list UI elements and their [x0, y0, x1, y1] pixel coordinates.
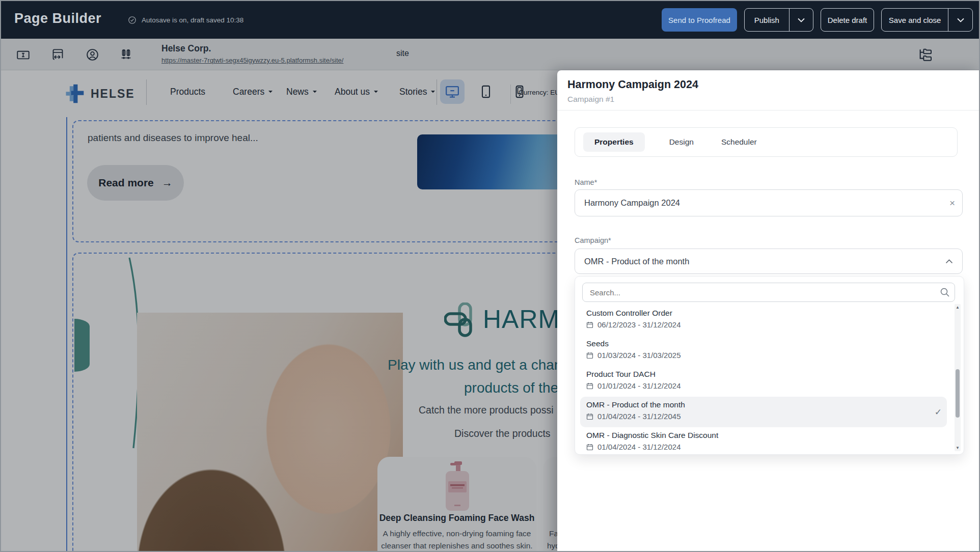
chevron-down-icon[interactable] [790, 9, 813, 31]
campaign-settings-panel: Harmony Campaign 2024 Campaign #1 Proper… [557, 70, 980, 552]
app-window: Page Builder Autosave is on, draft saved… [0, 0, 980, 552]
panel-tabs: Properties Design Scheduler [575, 127, 958, 157]
campaign-options-list: Custom Controller Order 06/12/2023 - 31/… [580, 305, 947, 455]
scroll-up-icon[interactable]: ▲ [955, 305, 961, 310]
save-and-close-label[interactable]: Save and close [882, 9, 948, 31]
scrollbar-thumb[interactable] [956, 369, 960, 418]
list-item[interactable]: OMR - Diagnostic Skin Care Discount 01/0… [580, 427, 947, 455]
calendar-icon [586, 352, 593, 359]
clear-name-icon[interactable]: × [949, 198, 955, 209]
send-to-proofread-button[interactable]: Send to Proofread [662, 8, 737, 32]
tab-scheduler[interactable]: Scheduler [718, 132, 760, 152]
save-and-close-button[interactable]: Save and close [881, 8, 973, 32]
app-title: Page Builder [14, 11, 101, 26]
dropdown-search [582, 283, 955, 302]
check-icon: ✓ [935, 407, 942, 418]
publish-label[interactable]: Publish [745, 9, 789, 31]
scroll-down-icon[interactable]: ▼ [955, 446, 961, 450]
name-field[interactable] [575, 189, 963, 216]
calendar-icon [586, 321, 593, 328]
calendar-icon [586, 413, 593, 420]
divider [557, 110, 980, 111]
tab-design[interactable]: Design [666, 132, 697, 152]
publish-button[interactable]: Publish [744, 8, 813, 32]
calendar-icon [586, 382, 593, 390]
search-icon [940, 287, 950, 297]
delete-draft-button[interactable]: Delete draft [821, 8, 874, 32]
chevron-down-icon[interactable] [948, 9, 972, 31]
name-field-label: Name* [575, 178, 597, 186]
chevron-up-icon [945, 259, 953, 264]
calendar-icon [586, 444, 593, 451]
topbar: Page Builder Autosave is on, draft saved… [1, 1, 979, 39]
tab-properties[interactable]: Properties [583, 132, 645, 152]
list-item-selected[interactable]: OMR - Product of the month 01/04/2024 - … [580, 397, 947, 427]
list-item[interactable]: Custom Controller Order 06/12/2023 - 31/… [580, 305, 947, 336]
autosave-status: Autosave is on, draft saved 10:38 [127, 15, 243, 25]
search-input[interactable] [582, 283, 955, 302]
list-item[interactable]: Product Tour DACH 01/01/2024 - 31/12/202… [580, 366, 947, 397]
campaign-field-label: Campaign* [575, 236, 611, 244]
campaign-select-value: OMR - Product of the month [584, 257, 689, 266]
autosave-check-icon [127, 15, 137, 25]
campaign-select[interactable]: OMR - Product of the month [575, 249, 963, 274]
panel-title: Harmony Campaign 2024 [567, 78, 698, 91]
campaign-dropdown: Custom Controller Order 06/12/2023 - 31/… [575, 276, 964, 455]
autosave-text: Autosave is on, draft saved 10:38 [142, 16, 243, 24]
panel-subtitle: Campaign #1 [567, 95, 614, 104]
dropdown-scrollbar[interactable]: ▲ ▼ [955, 304, 961, 451]
list-item[interactable]: Seeds 01/03/2024 - 31/03/2025 [580, 336, 947, 366]
